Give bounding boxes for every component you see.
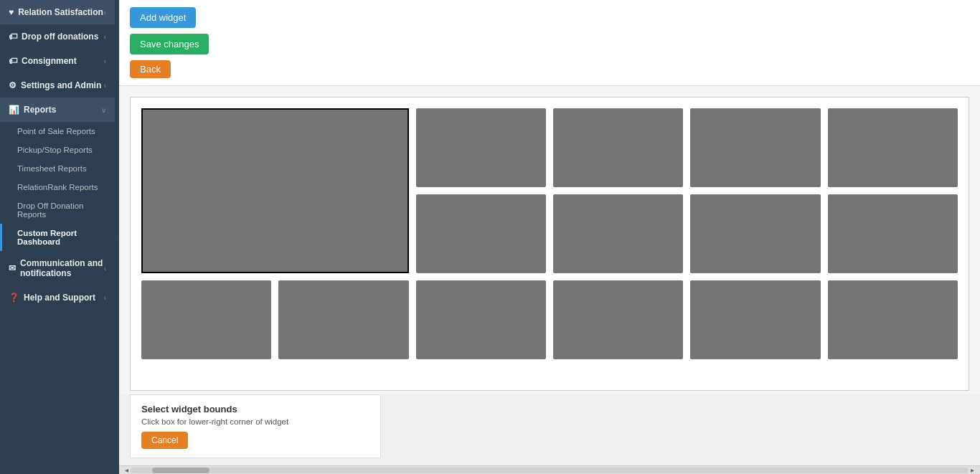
sub-item-label: Pickup/Stop Reports — [17, 146, 93, 154]
grid-cell[interactable] — [828, 194, 958, 273]
gear-icon: ⚙ — [9, 80, 17, 90]
sub-item-label: RelationRank Reports — [17, 183, 98, 191]
grid-cell[interactable] — [141, 280, 271, 359]
sub-item-label: Drop Off Donation Reports — [17, 202, 83, 219]
grid-area — [119, 86, 980, 394]
grid-cell-selected-4[interactable] — [275, 191, 407, 272]
grid-cell[interactable] — [416, 194, 546, 273]
sidebar-item-communication-notifications[interactable]: ✉ Communication and notifications ‹ — [0, 251, 115, 285]
heart-icon: ♥ — [9, 7, 14, 17]
cancel-button[interactable]: Cancel — [141, 432, 188, 449]
scroll-track[interactable] — [131, 468, 969, 473]
sidebar-label: Relation Satisfaction — [18, 7, 103, 17]
grid-cell[interactable] — [690, 108, 820, 187]
main-content: Add widget Save changes Back — [119, 0, 980, 474]
scroll-right-arrow[interactable]: ▸ — [969, 466, 976, 474]
grid-cell[interactable] — [553, 108, 683, 187]
sidebar-label: Help and Support — [24, 293, 95, 303]
bounds-panel: Select widget bounds Click box for lower… — [130, 394, 381, 458]
chevron-icon: ‹ — [104, 9, 106, 16]
tag-icon: 🏷 — [9, 32, 17, 42]
help-icon: ❓ — [9, 293, 19, 303]
sidebar-label: Consignment — [22, 56, 77, 66]
scroll-left-arrow[interactable]: ◂ — [123, 466, 131, 474]
sidebar-item-reports[interactable]: 📊 Reports ∨ — [0, 98, 115, 122]
chevron-icon: ‹ — [104, 33, 106, 41]
chevron-icon: ‹ — [104, 294, 106, 302]
sidebar-item-relation-satisfaction[interactable]: ♥ Relation Satisfaction ‹ — [0, 0, 115, 24]
scrollbar: ◂ ▸ — [119, 465, 980, 474]
chart-icon: 📊 — [9, 105, 19, 115]
bounds-title: Select widget bounds — [141, 404, 369, 414]
grid-cell[interactable] — [828, 280, 958, 359]
grid-cell[interactable] — [553, 280, 683, 359]
sidebar-label: Communication and notifications — [20, 258, 104, 278]
sidebar-label: Reports — [24, 105, 56, 115]
save-changes-button[interactable]: Save changes — [130, 34, 209, 54]
sidebar-item-help-support[interactable]: ❓ Help and Support ‹ — [0, 285, 115, 310]
grid-cell[interactable] — [416, 280, 546, 359]
grid-cell-selected-1[interactable] — [143, 110, 275, 191]
chevron-down-icon: ∨ — [101, 106, 106, 114]
grid-cell[interactable] — [690, 194, 820, 273]
grid-cell[interactable] — [828, 108, 958, 187]
grid-cell-selected-3[interactable] — [143, 191, 275, 272]
sidebar-item-pickup-stop-reports[interactable]: Pickup/Stop Reports — [0, 141, 115, 159]
grid-cell[interactable] — [690, 280, 820, 359]
sidebar: ♥ Relation Satisfaction ‹ 🏷 Drop off don… — [0, 0, 115, 474]
sidebar-item-consignment[interactable]: 🏷 Consignment ‹ — [0, 49, 115, 73]
sub-item-label: Timesheet Reports — [17, 164, 87, 173]
sub-item-label: Custom Report Dashboard — [17, 229, 77, 246]
chevron-icon: ‹ — [104, 57, 106, 65]
sidebar-label: Settings and Admin — [21, 80, 101, 90]
sidebar-item-settings-admin[interactable]: ⚙ Settings and Admin ‹ — [0, 73, 115, 98]
sidebar-item-drop-off-donations[interactable]: 🏷 Drop off donations ‹ — [0, 24, 115, 49]
widget-selection-box[interactable] — [141, 108, 409, 273]
back-button[interactable]: Back — [130, 60, 171, 78]
chevron-icon: ‹ — [104, 82, 106, 90]
grid-cell-selected-2[interactable] — [275, 110, 407, 191]
sidebar-item-relationrank-reports[interactable]: RelationRank Reports — [0, 178, 115, 196]
grid-cell[interactable] — [278, 280, 408, 359]
sidebar-item-custom-report-dashboard[interactable]: Custom Report Dashboard — [0, 224, 115, 251]
sidebar-item-timesheet-reports[interactable]: Timesheet Reports — [0, 159, 115, 178]
sidebar-item-point-of-sale-reports[interactable]: Point of Sale Reports — [0, 122, 115, 141]
tag-icon: 🏷 — [9, 56, 17, 66]
sub-item-label: Point of Sale Reports — [17, 127, 95, 136]
add-widget-button[interactable]: Add widget — [130, 7, 196, 28]
bounds-description: Click box for lower-right corner of widg… — [141, 417, 369, 426]
email-icon: ✉ — [9, 263, 16, 273]
widget-grid — [130, 97, 969, 391]
chevron-icon: ‹ — [104, 265, 106, 272]
scroll-thumb[interactable] — [152, 468, 209, 473]
sidebar-label: Drop off donations — [22, 32, 98, 42]
sidebar-item-drop-off-donation-reports[interactable]: Drop Off Donation Reports — [0, 196, 115, 224]
grid-cell[interactable] — [416, 108, 546, 187]
toolbar: Add widget Save changes Back — [119, 0, 980, 86]
grid-cell[interactable] — [553, 194, 683, 273]
